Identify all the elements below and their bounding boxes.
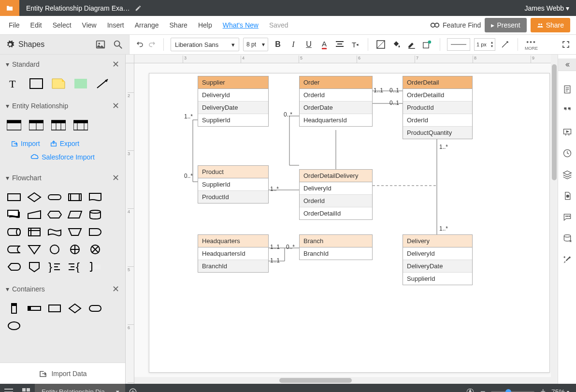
history-icon[interactable] [562,148,572,158]
menu-select[interactable]: Select [47,16,77,35]
section-flowchart[interactable]: ▾Flowchart ✕ [0,168,125,188]
entity-order[interactable]: Order OrderId OrderDate HeadquartersId [299,76,373,127]
fc-internal-storage[interactable] [27,226,42,238]
import-data-button[interactable]: Import Data [0,363,126,384]
fc-preparation[interactable] [47,209,62,220]
fc-multidoc[interactable] [7,209,21,220]
fc-direct-data[interactable] [7,226,21,238]
fc-manual-op[interactable] [68,226,82,238]
user-menu[interactable]: James Webb ▾ [525,4,576,12]
document-icon[interactable] [562,191,572,201]
close-icon[interactable]: ✕ [112,101,119,111]
container-3[interactable] [47,303,62,314]
compass-icon[interactable] [466,388,475,392]
data-icon[interactable] [562,233,572,243]
align-button[interactable] [334,39,346,50]
zoom-in-button[interactable]: + [540,387,546,392]
fill-color-icon[interactable] [390,39,402,50]
vertical-scrollbar[interactable] [551,55,558,377]
collapse-rail-icon[interactable] [558,58,576,71]
block-shape[interactable] [73,78,88,89]
border-color-icon[interactable] [406,39,418,50]
entity-branch[interactable]: Branch BranchId [299,234,373,260]
comments-icon[interactable] [562,106,572,116]
fc-paper-tape[interactable] [47,226,62,238]
close-icon[interactable]: ✕ [112,173,119,183]
arrow-shape[interactable] [96,78,110,89]
zoom-out-button[interactable]: − [480,387,486,392]
container-5[interactable] [88,303,102,314]
canvas[interactable]: 3456789 234567 [126,55,558,384]
fc-brace-right[interactable]: } [47,261,62,273]
menu-share[interactable]: Share [164,16,193,35]
shape-options-icon[interactable] [421,39,433,50]
presentation-icon[interactable] [562,127,572,137]
close-icon[interactable]: ✕ [112,59,119,70]
folder-icon[interactable] [0,0,19,16]
entity-headquarters[interactable]: Headquarters HeadquartersId BranchId [198,234,269,273]
entity-orderdetail[interactable]: OrderDetail OrderDetailId ProductId Orde… [403,76,473,139]
text-shape[interactable]: T [7,78,21,89]
page-tab[interactable]: Entity Relationship Dia…▾ [35,384,125,392]
fc-or[interactable] [68,244,82,255]
menu-file[interactable]: File [0,16,25,35]
fc-manual-input[interactable] [27,209,42,220]
menu-edit[interactable]: Edit [25,16,47,35]
feature-find[interactable]: Feature Find [430,21,481,29]
text-options-button[interactable]: T◂ [349,39,361,50]
bold-button[interactable]: B [272,39,284,50]
import-link[interactable]: Import [11,140,40,147]
grid-view-icon[interactable] [17,384,35,392]
er-table-4[interactable] [73,119,88,131]
er-table-2[interactable] [29,119,43,131]
section-containers[interactable]: ▾Containers ✕ [0,279,125,299]
fc-predefined[interactable] [68,191,82,203]
er-table-1[interactable] [7,119,21,131]
salesforce-import-link[interactable]: Salesforce Import [30,153,95,161]
font-select[interactable]: Liberation Sans▾ [171,38,239,51]
entity-orderdetaildelivery[interactable]: OrderDetailDelivery DeliveryId OrderId O… [299,169,373,220]
present-button[interactable]: ▸ Present [485,18,526,32]
er-table-3[interactable] [51,119,66,131]
fc-brace-left[interactable]: { [68,261,82,273]
container-1[interactable] [7,303,21,314]
edit-title-icon[interactable] [135,5,142,12]
note-shape[interactable] [51,78,66,89]
undo-icon[interactable] [135,40,144,49]
line-width-stepper[interactable]: 1 px▴▾ [474,38,495,51]
section-entity-relationship[interactable]: ▾Entity Relationship ✕ [0,96,125,116]
fc-connector[interactable] [47,244,62,255]
search-icon[interactable] [113,39,123,50]
text-color-button[interactable]: A [318,39,330,50]
fc-database[interactable] [88,209,102,220]
fc-process[interactable] [7,191,21,203]
add-page-button[interactable] [125,388,141,392]
menu-arrange[interactable]: Arrange [130,16,164,35]
share-button[interactable]: Share [531,18,570,32]
gear-icon[interactable] [6,40,14,49]
fc-document[interactable] [88,191,102,203]
italic-button[interactable]: I [288,39,299,50]
menu-view[interactable]: View [77,16,102,35]
fc-delay[interactable] [88,226,102,238]
close-icon[interactable]: ✕ [112,284,119,294]
fc-terminator[interactable] [47,191,62,203]
redo-icon[interactable] [148,40,157,49]
fc-off-page[interactable] [27,261,42,273]
entity-delivery[interactable]: Delivery DeliveryId DeliveryDate Supplie… [403,234,473,285]
fullscreen-icon[interactable] [562,40,570,49]
fill-none-icon[interactable] [375,39,387,50]
container-4[interactable] [68,303,82,314]
underline-button[interactable]: U [303,39,315,50]
more-button[interactable]: ••• MORE [525,38,538,51]
fc-annotation[interactable] [88,261,102,273]
image-icon[interactable] [95,39,106,50]
page-settings-icon[interactable] [562,85,572,94]
line-options-icon[interactable] [499,39,511,50]
entity-supplier[interactable]: Supplier DeliveryId DeliveryDate Supplie… [198,76,269,127]
fc-merge[interactable] [27,244,42,255]
menu-help[interactable]: Help [193,16,217,35]
document-title[interactable]: Entity Relationship Diagram Exa… [26,4,130,12]
line-style-select[interactable] [447,38,470,51]
layers-icon[interactable] [562,170,572,179]
